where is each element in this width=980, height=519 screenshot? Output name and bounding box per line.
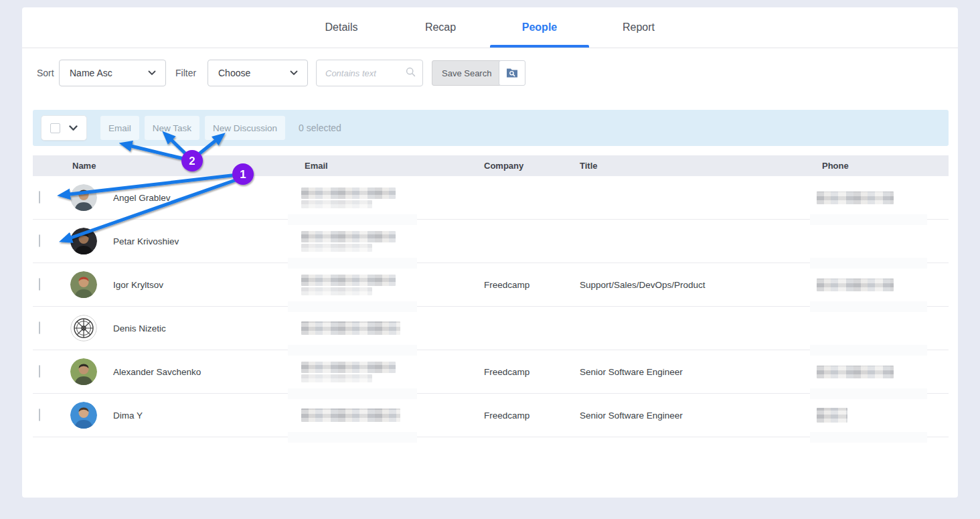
chevron-down-icon [148, 70, 156, 76]
tab-bar: DetailsRecapPeopleReport [22, 7, 958, 48]
person-name: Angel Grablev [109, 193, 305, 203]
redacted-phone [817, 279, 894, 291]
people-table: Name Email Company Title Phone Angel Gra… [33, 155, 949, 437]
filter-toolbar: Sort Name Asc Filter Choose Contains tex… [22, 48, 958, 110]
redacted-email-line [301, 200, 372, 208]
person-title: Senior Software Engineer [580, 367, 822, 377]
search-icon [406, 67, 416, 80]
filter-label: Filter [175, 60, 196, 86]
sort-dropdown[interactable]: Name Asc [59, 60, 166, 86]
person-title: Senior Software Engineer [580, 411, 822, 421]
sort-value: Name Asc [70, 68, 112, 78]
filter-value: Choose [218, 68, 250, 78]
select-all-control[interactable] [41, 115, 87, 141]
redacted-email-line [301, 287, 372, 295]
avatar [70, 315, 97, 342]
saved-searches-button[interactable] [499, 60, 525, 86]
redacted-phone [817, 192, 894, 204]
column-header-email: Email [305, 161, 484, 171]
row-checkbox[interactable] [39, 234, 40, 247]
person-name: Petar Krivoshiev [109, 236, 305, 246]
redacted-email-line [301, 244, 372, 252]
tab-people[interactable]: People [490, 7, 589, 48]
email-button[interactable]: Email [100, 116, 139, 140]
person-title: Support/Sales/DevOps/Product [580, 280, 822, 290]
redacted-email-line [301, 374, 372, 382]
filter-dropdown[interactable]: Choose [208, 60, 308, 86]
sort-label: Sort [37, 60, 54, 86]
tab-recap[interactable]: Recap [391, 7, 490, 48]
person-phone-redacted [822, 192, 949, 204]
person-company: Freedcamp [484, 367, 580, 377]
person-phone-redacted [822, 366, 949, 378]
table-header: Name Email Company Title Phone [33, 155, 949, 176]
person-email-redacted [305, 231, 484, 252]
row-checkbox[interactable] [39, 191, 40, 204]
person-email-redacted [305, 362, 484, 382]
folder-search-icon [505, 66, 519, 80]
chevron-down-icon [290, 70, 298, 76]
redacted-email-line [301, 275, 396, 286]
person-email-redacted [305, 275, 484, 295]
row-checkbox[interactable] [39, 278, 40, 291]
redacted-email-line [301, 321, 400, 335]
column-header-title: Title [580, 161, 822, 171]
person-name: Denis Nizetic [109, 323, 305, 333]
redacted-email-line [301, 409, 400, 422]
person-name: Igor Kryltsov [109, 280, 305, 290]
chevron-down-icon[interactable] [69, 125, 78, 131]
selected-count: 0 selected [299, 123, 341, 133]
person-company: Freedcamp [484, 280, 580, 290]
row-checkbox[interactable] [39, 409, 40, 421]
tab-details[interactable]: Details [292, 7, 391, 48]
person-name: Alexander Savchenko [109, 367, 305, 377]
new-task-button[interactable]: New Task [145, 116, 199, 140]
table-row: Denis Nizetic [33, 307, 949, 350]
redacted-email-line [301, 231, 396, 242]
redacted-phone [817, 408, 847, 423]
bulk-buttons-group: EmailNew TaskNew Discussion [100, 116, 291, 140]
column-header-company: Company [484, 161, 580, 171]
avatar [70, 358, 97, 385]
redacted-email-line [301, 362, 396, 373]
person-email-redacted [305, 188, 484, 208]
person-phone-redacted [822, 279, 949, 291]
person-email-redacted [305, 321, 484, 335]
bulk-action-bar: EmailNew TaskNew Discussion 0 selected [33, 110, 949, 146]
save-search-button[interactable]: Save Search [432, 60, 501, 86]
table-row: Alexander Savchenko Freedcamp Senior Sof… [33, 350, 949, 394]
column-header-phone: Phone [822, 161, 949, 171]
avatar [70, 271, 97, 298]
avatar [70, 184, 97, 211]
person-name: Dima Y [109, 411, 305, 421]
redacted-email-line [301, 188, 396, 199]
people-panel: DetailsRecapPeopleReport Sort Name Asc F… [22, 7, 958, 498]
avatar [70, 402, 97, 429]
table-row: Petar Krivoshiev [33, 220, 949, 263]
row-checkbox[interactable] [39, 365, 40, 378]
search-placeholder: Contains text [325, 68, 376, 78]
tab-report[interactable]: Report [589, 7, 688, 48]
person-company: Freedcamp [484, 411, 580, 421]
new-discussion-button[interactable]: New Discussion [205, 116, 285, 140]
table-row: Igor Kryltsov Freedcamp Support/Sales/De… [33, 263, 949, 307]
table-row: Angel Grablev [33, 176, 949, 220]
row-checkbox[interactable] [39, 321, 40, 334]
avatar [70, 228, 97, 254]
table-body: Angel Grablev Petar Krivoshiev [33, 176, 949, 437]
column-header-name: Name [70, 161, 305, 171]
person-phone-redacted [822, 408, 949, 423]
select-all-checkbox[interactable] [50, 123, 60, 133]
table-row: Dima Y Freedcamp Senior Software Enginee… [33, 394, 949, 437]
person-email-redacted [305, 409, 484, 422]
search-input[interactable]: Contains text [316, 60, 423, 86]
redacted-phone [817, 366, 894, 378]
